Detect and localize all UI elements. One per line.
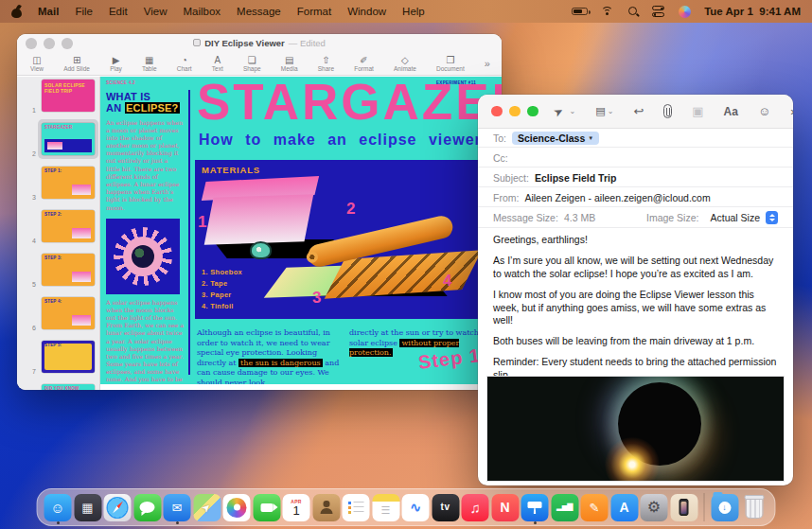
wifi-icon[interactable] (601, 7, 614, 17)
format-button[interactable]: ✐Format (354, 55, 374, 72)
menu-format[interactable]: Format (297, 6, 331, 17)
menu-view[interactable]: View (144, 6, 168, 17)
send-options-chevron-icon[interactable]: ⌄ (570, 107, 576, 115)
emoji-icon[interactable]: ☺ (758, 104, 770, 118)
slide-thumbnail-8[interactable]: DID YOU KNOW (42, 384, 95, 390)
slide-thumbnail-1[interactable]: SOLAR ECLIPSE FIELD TRIP (42, 79, 95, 112)
slide-row-1[interactable]: 1 SOLAR ECLIPSE FIELD TRIP (17, 78, 100, 115)
menu-edit[interactable]: Edit (109, 6, 128, 17)
slide-thumbnail-6[interactable]: STEP 4: (42, 297, 95, 329)
slide-row-7[interactable]: 7 STEP 5: (17, 339, 100, 377)
dock-icon-tv[interactable]: tv (432, 494, 459, 521)
from-field[interactable]: From: Aileen Zeigen - aileen.zeigen@iclo… (478, 188, 793, 207)
eclipse-paragraph-1: An eclipse happens when a moon or planet… (106, 119, 184, 212)
slide-row-2[interactable]: 2 STARGAZER (17, 121, 100, 159)
dock-icon-downloads[interactable]: ↓ (711, 494, 738, 521)
dock-icon-app-store[interactable]: A (610, 494, 638, 521)
apple-menu-icon[interactable] (11, 6, 22, 18)
dock-icon-maps[interactable]: ➤ (193, 494, 221, 521)
table-button[interactable]: ▦Table (142, 55, 157, 72)
menu-message[interactable]: Message (237, 6, 281, 17)
dock-icon-calendar[interactable]: APR1 (283, 494, 310, 521)
minimize-button[interactable] (44, 38, 55, 49)
animate-button[interactable]: ◇Animate (394, 55, 416, 72)
dock-icon-contacts[interactable] (312, 494, 340, 521)
dock-icon-trash[interactable] (741, 494, 768, 521)
cc-field[interactable]: Cc: (478, 149, 793, 168)
slide-thumbnail-5[interactable]: STEP 3: (42, 254, 95, 286)
slide-row-6[interactable]: 6 STEP 4: (17, 295, 100, 333)
view-button[interactable]: ◫View (30, 55, 44, 72)
battery-icon[interactable] (572, 8, 588, 16)
slide-canvas[interactable]: SCIENCE 4.2 EXPERIMENT #11 WHAT IS AN EC… (100, 77, 502, 384)
dock-icon-freeform[interactable]: ∿ (402, 494, 430, 521)
menu-window[interactable]: Window (347, 6, 386, 17)
close-button[interactable] (26, 38, 37, 49)
siri-icon[interactable] (679, 6, 691, 18)
slide-row-5[interactable]: 5 STEP 3: (17, 252, 100, 290)
shape-button[interactable]: ❏Shape (243, 55, 261, 72)
dock-icon-music[interactable]: ♫ (462, 494, 489, 521)
mail-compose-window[interactable]: ➤ ⌄ ▤⌄ ↩ ▣ Aa ☺ » To: Science-Class▼ Cc:… (478, 95, 793, 485)
menu-file[interactable]: File (75, 6, 93, 17)
menu-mail[interactable]: Mail (38, 6, 59, 17)
markup-icon[interactable]: ▣ (692, 104, 703, 118)
slide-thumbnail-4[interactable]: STEP 2: (42, 210, 95, 242)
header-fields-icon[interactable]: ▤⌄ (595, 105, 613, 117)
document-button[interactable]: ❐Document (436, 55, 465, 72)
menu-bar-clock[interactable]: Tue Apr 1 9:41 AM (704, 6, 801, 17)
body-paragraph: Both buses will be leaving from the main… (493, 335, 780, 348)
menu-help[interactable]: Help (402, 6, 425, 17)
dock-icon-reminders[interactable] (343, 494, 370, 521)
slide-thumbnail-7[interactable]: STEP 5: (42, 341, 95, 373)
zoom-button[interactable] (527, 106, 538, 117)
toolbar-overflow-button[interactable]: » (485, 58, 490, 69)
earth-icon (132, 245, 154, 268)
subject-field[interactable]: Subject: Eclipse Field Trip (478, 168, 793, 187)
dock-icon-news[interactable]: N (491, 494, 519, 521)
share-button[interactable]: ⇧Share (318, 55, 334, 72)
text-button[interactable]: AText (212, 55, 223, 72)
image-size-dropdown[interactable] (766, 211, 778, 224)
close-button[interactable] (491, 106, 503, 117)
slide-row-4[interactable]: 4 STEP 2: (17, 208, 100, 246)
attach-icon[interactable] (663, 104, 672, 118)
window-title: DIY Eclipse Viewer (204, 38, 285, 48)
minimize-button[interactable] (509, 106, 521, 117)
dock-icon-pages[interactable]: ✎ (581, 494, 609, 521)
send-icon[interactable]: ➤ (551, 103, 565, 119)
document-proxy-icon[interactable] (193, 39, 201, 46)
keynote-window[interactable]: DIY Eclipse Viewer — Edited ◫View ⊞Add S… (17, 34, 502, 390)
dock-icon-photos[interactable] (223, 494, 251, 521)
chart-button[interactable]: ◔Chart (177, 55, 192, 72)
reply-icon[interactable]: ↩ (633, 104, 644, 118)
play-button[interactable]: ▶Play (110, 55, 122, 72)
dock-icon-iphone-mirroring[interactable] (670, 494, 697, 521)
dock-icon-messages[interactable] (133, 494, 161, 521)
view-icon: ◫ (32, 55, 41, 65)
dock-icon-facetime[interactable] (253, 494, 280, 521)
slide-row-3[interactable]: 3 STEP 1: (17, 165, 100, 203)
recipient-chip[interactable]: Science-Class▼ (512, 132, 599, 145)
add-slide-button[interactable]: ⊞Add Slide (63, 55, 90, 72)
eclipse-photo-attachment[interactable] (486, 376, 785, 482)
dock-icon-finder[interactable]: ☺ (44, 494, 72, 521)
zoom-button[interactable] (62, 38, 73, 49)
menu-mailbox[interactable]: Mailbox (183, 6, 221, 17)
slide-row-8[interactable]: 8 DID YOU KNOW (17, 382, 100, 390)
to-field[interactable]: To: Science-Class▼ (478, 129, 793, 148)
dock-icon-notes[interactable]: ☰ (372, 494, 399, 521)
dock-icon-mail[interactable]: ✉ (164, 494, 191, 521)
more-icon[interactable]: » (790, 104, 793, 118)
slide-thumbnail-2[interactable]: STARGAZER (42, 123, 95, 155)
dock-icon-keynote[interactable] (521, 494, 549, 521)
search-icon[interactable] (627, 6, 639, 17)
slide-thumbnail-3[interactable]: STEP 1: (42, 167, 95, 199)
dock-icon-numbers[interactable]: ▂▅▇ (551, 494, 578, 521)
format-icon[interactable]: Aa (724, 105, 738, 118)
dock-icon-safari[interactable] (104, 494, 132, 521)
control-center-icon[interactable] (652, 6, 665, 17)
dock-icon-system-settings[interactable]: ⚙ (641, 494, 668, 521)
dock-icon-launchpad[interactable]: ▦ (74, 494, 101, 521)
media-button[interactable]: ▤Media (281, 55, 298, 72)
